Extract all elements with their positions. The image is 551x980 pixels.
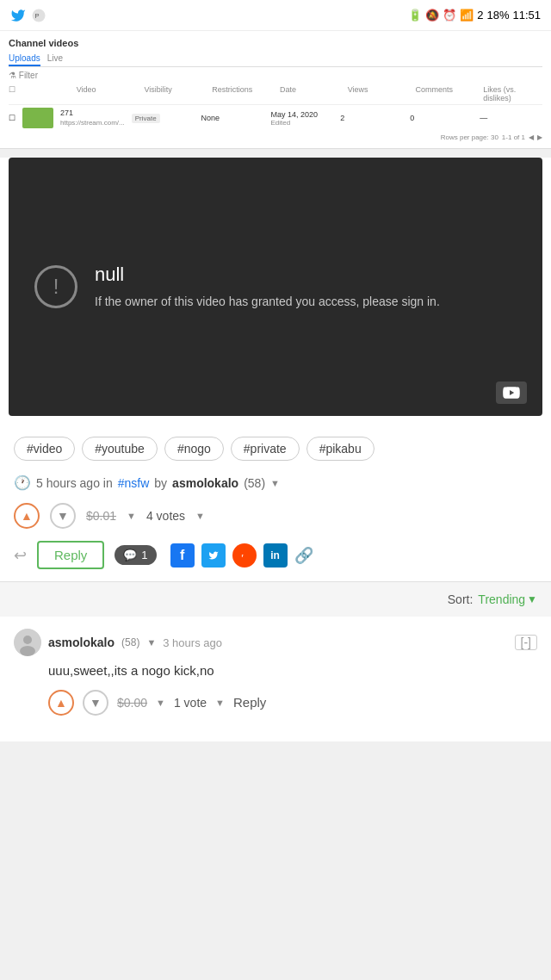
sort-bar: Sort: Trending ▼ <box>0 581 551 617</box>
retweet-icon[interactable]: ↩ <box>14 546 27 565</box>
prev-page-icon[interactable]: ◀ <box>529 133 534 141</box>
col-restrictions-val: None <box>201 114 264 122</box>
filter-row: ⚗ Filter <box>9 71 542 80</box>
comment-reply-button[interactable]: Reply <box>233 695 266 710</box>
col-checkbox: ☐ <box>9 85 68 102</box>
rows-per-page: Rows per page: 30 <box>441 133 498 141</box>
comment-votes-count: 1 vote <box>174 696 207 710</box>
by-label: by <box>154 476 167 490</box>
downvote-button[interactable]: ▼ <box>50 503 76 529</box>
social-share-icons: f r in 🔗 <box>170 543 313 568</box>
channel-videos-title: Channel videos <box>9 38 542 48</box>
twitter-share-icon[interactable] <box>201 543 226 568</box>
mute-icon: 🔕 <box>425 9 439 22</box>
comment-voting-row: ▲ ▼ $0.00 ▼ 1 vote ▼ Reply <box>14 690 537 716</box>
col-likes-val: — <box>480 114 542 122</box>
next-page-icon[interactable]: ▶ <box>537 133 542 141</box>
table-header: ☐ Video Visibility Restrictions Date Vie… <box>9 84 542 105</box>
tag-pikabu[interactable]: #pikabu <box>306 437 375 461</box>
video-null-title: null <box>95 264 440 286</box>
linkedin-share-icon[interactable]: in <box>263 543 288 568</box>
svg-point-6 <box>20 646 35 656</box>
vote-amount-dropdown[interactable]: ▼ <box>127 511 136 521</box>
status-left: P <box>10 8 46 23</box>
clock-icon: 🕐 <box>14 474 31 491</box>
upvote-button[interactable]: ▲ <box>14 503 40 529</box>
col-comments-val: 0 <box>410 114 473 122</box>
page-range: 1-1 of 1 <box>502 133 525 141</box>
tag-youtube[interactable]: #youtube <box>82 437 158 461</box>
video-access-desc: If the owner of this video has granted y… <box>95 293 440 311</box>
copy-link-icon[interactable]: 🔗 <box>294 546 313 565</box>
col-visibility-val: Private <box>132 114 195 122</box>
tag-private[interactable]: #private <box>231 437 300 461</box>
pagination: Rows per page: 30 1-1 of 1 ◀ ▶ <box>9 133 542 141</box>
comment-downvote-button[interactable]: ▼ <box>83 690 108 716</box>
post-author[interactable]: asmolokalo <box>172 476 238 490</box>
video-id: 271 <box>60 109 125 119</box>
tags-row: #video #youtube #nogo #private #pikabu <box>14 437 537 461</box>
post-meta: 🕐 5 hours ago in #nsfw by asmolokalo (58… <box>14 474 537 491</box>
comments-section: asmolokalo (58) ▼ 3 hours ago [-] uuu,sw… <box>0 617 551 741</box>
comment-item: asmolokalo (58) ▼ 3 hours ago [-] uuu,sw… <box>14 629 537 716</box>
video-text: null If the owner of this video has gran… <box>95 264 440 311</box>
col-comments: Comments <box>416 85 475 102</box>
comment-time: 3 hours ago <box>163 636 222 649</box>
video-url: https://stream.com/... <box>60 119 125 127</box>
votes-dropdown[interactable]: ▼ <box>195 511 205 521</box>
tab-row: Uploads Live <box>9 52 542 67</box>
commenter-dropdown-icon[interactable]: ▼ <box>146 637 156 648</box>
comment-vote-amount: $0.00 <box>117 696 147 710</box>
post-time-ago: 5 hours ago in <box>36 476 113 490</box>
status-right: 🔋 🔕 ⏰ 📶 2 18% 11:51 <box>408 9 541 22</box>
sort-dropdown-icon[interactable]: ▼ <box>527 593 537 605</box>
alarm-icon: ⏰ <box>443 9 456 22</box>
comment-votes-count-dropdown[interactable]: ▼ <box>215 698 225 708</box>
col-video: Video <box>77 85 136 102</box>
signal-strength: 2 <box>477 9 483 22</box>
wifi-icon: 📶 <box>460 9 474 22</box>
col-date: Date <box>280 85 339 102</box>
svg-point-5 <box>23 636 32 644</box>
video-player: ! null If the owner of this video has gr… <box>9 158 542 416</box>
collapse-button[interactable]: [-] <box>515 635 537 650</box>
author-dropdown-icon[interactable]: ▼ <box>270 478 280 488</box>
alert-icon: ! <box>34 265 77 308</box>
tab-uploads[interactable]: Uploads <box>9 52 40 66</box>
community-link[interactable]: #nsfw <box>118 476 150 490</box>
svg-point-2 <box>239 550 250 561</box>
status-bar: P 🔋 🔕 ⏰ 📶 2 18% 11:51 <box>0 0 551 31</box>
twitter-icon <box>10 8 26 23</box>
battery-percentage: 18% <box>486 9 509 22</box>
youtube-icon[interactable] <box>496 381 527 404</box>
battery-save-icon: 🔋 <box>408 9 422 22</box>
tag-video[interactable]: #video <box>14 437 75 461</box>
reply-button[interactable]: Reply <box>37 541 104 569</box>
comment-upvote-button[interactable]: ▲ <box>48 690 74 716</box>
comment-count: 1 <box>141 549 147 561</box>
col-visibility: Visibility <box>145 85 204 102</box>
comment-text: uuu,sweet,,its a nogo kick,no <box>14 661 537 681</box>
post-author-rep: (58) <box>244 476 265 490</box>
facebook-share-icon[interactable]: f <box>170 543 195 568</box>
action-row: ↩ Reply 💬 1 f r in <box>14 541 537 569</box>
sort-value[interactable]: Trending <box>478 592 525 606</box>
video-meta: 271 https://stream.com/... <box>60 109 125 127</box>
filter-icon[interactable]: ⚗ Filter <box>9 71 38 80</box>
video-thumbnail <box>22 108 53 128</box>
row-checkbox: ☐ <box>9 114 15 122</box>
comment-icon: 💬 <box>123 549 137 561</box>
comment-vote-dropdown[interactable]: ▼ <box>156 698 165 708</box>
tag-nogo[interactable]: #nogo <box>164 437 224 461</box>
comment-header: asmolokalo (58) ▼ 3 hours ago [-] <box>14 629 537 656</box>
col-views: Views <box>348 85 407 102</box>
reddit-share-icon[interactable]: r <box>232 543 257 568</box>
commenter-name[interactable]: asmolokalo <box>48 636 115 649</box>
commenter-rep: (58) <box>121 636 139 648</box>
tab-live[interactable]: Live <box>47 52 63 66</box>
channel-videos-screenshot: Channel videos Uploads Live ⚗ Filter ☐ V… <box>0 31 551 149</box>
table-row: ☐ 271 https://stream.com/... Private Non… <box>9 105 542 131</box>
comment-count-bubble[interactable]: 💬 1 <box>115 545 156 565</box>
commenter-avatar <box>14 629 41 656</box>
main-content: ! null If the owner of this video has gr… <box>0 158 551 741</box>
